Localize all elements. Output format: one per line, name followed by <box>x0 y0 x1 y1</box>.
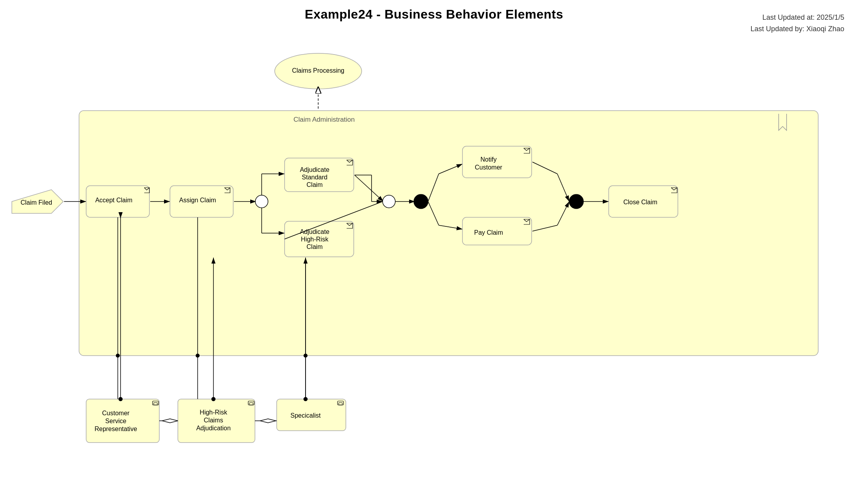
notify-customer-node <box>462 146 532 178</box>
diagram-container: Claims Processing Claim Administration C… <box>0 24 868 486</box>
sync-join-node <box>414 194 428 209</box>
highrisk-actor-line3: Adjudication <box>196 425 230 431</box>
close-claim-label: Close Claim <box>623 199 657 205</box>
adj-highrisk-line3: Claim <box>307 243 323 250</box>
specialist-label: Specicalist <box>291 412 321 419</box>
claims-processing-label: Claims Processing <box>292 67 344 74</box>
adj-highrisk-line1: Adjudicate <box>300 228 330 235</box>
last-updated-at: Last Updated at: 2025/1/5 <box>751 12 844 23</box>
claim-administration-container <box>79 111 818 356</box>
adj-highrisk-line2: High-Risk <box>301 236 328 243</box>
assign-claim-label: Assign Claim <box>179 197 216 203</box>
adj-standard-line2: Standard <box>302 174 328 181</box>
highrisk-actor-line1: High-Risk <box>200 409 227 416</box>
join-circle <box>383 195 395 208</box>
fork-circle <box>255 195 268 208</box>
final-join-node <box>569 194 583 209</box>
adj-standard-line3: Claim <box>307 181 323 188</box>
accept-claim-label: Accept Claim <box>95 197 132 203</box>
csr-line1: Customer <box>102 410 130 416</box>
notify-customer-line2: Customer <box>475 164 502 171</box>
highrisk-actor-line2: Claims <box>204 417 223 424</box>
pay-claim-label: Pay Claim <box>474 229 503 236</box>
csr-line3: Representative <box>94 426 137 432</box>
diamond-icon-csr <box>162 419 178 423</box>
notify-customer-line1: Notify <box>481 156 497 163</box>
csr-line2: Service <box>105 418 126 424</box>
claim-filed-label: Claim Filed <box>21 199 52 206</box>
adj-standard-line1: Adjudicate <box>300 166 330 173</box>
claim-admin-label: Claim Administration <box>294 116 355 123</box>
page-title: Example24 - Business Behavior Elements <box>0 0 868 22</box>
diamond-icon-highrisk <box>260 419 276 423</box>
